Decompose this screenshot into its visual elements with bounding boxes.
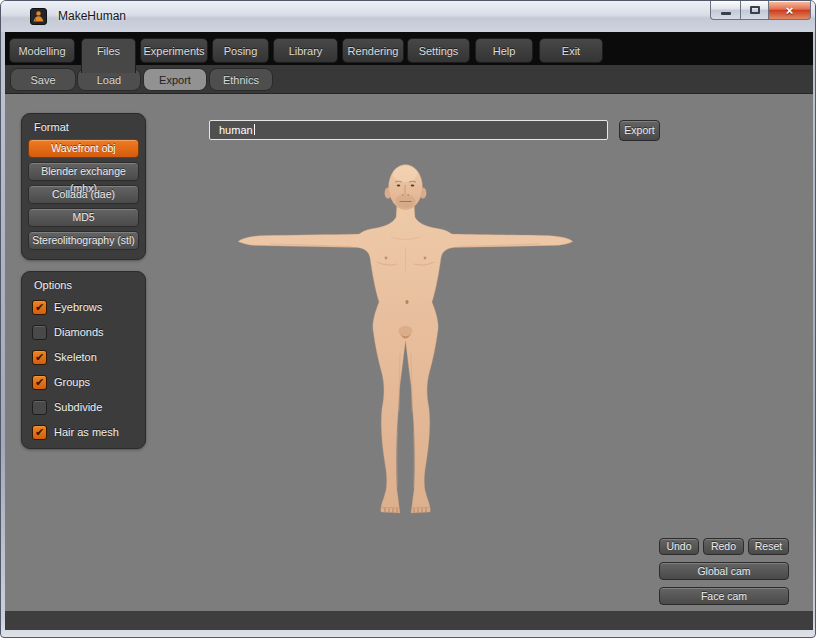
minimize-icon (721, 12, 731, 15)
close-button[interactable]: × (769, 1, 811, 20)
checkbox-checked-icon[interactable]: ✔ (32, 425, 47, 440)
format-wavefront-obj-button[interactable]: Wavefront obj (28, 139, 139, 158)
tab-rendering[interactable]: Rendering (342, 38, 404, 63)
checkbox-checked-icon[interactable]: ✔ (32, 300, 47, 315)
tab-exit[interactable]: Exit (539, 38, 603, 63)
filename-input[interactable]: human (209, 120, 608, 140)
global-cam-button[interactable]: Global cam (659, 562, 789, 580)
checkbox-unchecked-icon[interactable] (32, 400, 47, 415)
option-skeleton[interactable]: ✔ Skeleton (32, 349, 145, 365)
option-label: Eyebrows (54, 301, 102, 313)
tab-library[interactable]: Library (273, 38, 338, 63)
option-groups[interactable]: ✔ Groups (32, 374, 145, 390)
window-controls: × (710, 1, 811, 20)
status-strip (5, 611, 813, 630)
checkbox-checked-icon[interactable]: ✔ (32, 375, 47, 390)
tab-help[interactable]: Help (475, 38, 533, 63)
format-panel-title: Format (22, 114, 145, 139)
option-diamonds[interactable]: Diamonds (32, 324, 145, 340)
title-bar[interactable]: MakeHuman × (1, 1, 816, 32)
maximize-button[interactable] (740, 1, 769, 20)
format-blender-exchange-button[interactable]: Blender exchange (mhx) (28, 162, 139, 181)
tab-experiments[interactable]: Experiments (140, 38, 208, 63)
format-collada-button[interactable]: Collada (dae) (28, 185, 139, 204)
option-label: Hair as mesh (54, 426, 119, 438)
export-button[interactable]: Export (619, 120, 660, 141)
option-label: Skeleton (54, 351, 97, 363)
option-label: Groups (54, 376, 90, 388)
options-panel-title: Options (22, 272, 145, 299)
format-panel: Format Wavefront obj Blender exchange (m… (21, 113, 146, 260)
tab-files[interactable]: Files (81, 38, 136, 73)
option-subdivide[interactable]: Subdivide (32, 399, 145, 415)
undo-button[interactable]: Undo (659, 538, 699, 555)
3d-viewport[interactable]: human Export Format Wavefront obj Blende… (5, 94, 813, 611)
option-eyebrows[interactable]: ✔ Eyebrows (32, 299, 145, 315)
tab-settings[interactable]: Settings (407, 38, 470, 63)
subtab-save[interactable]: Save (10, 68, 76, 91)
checkbox-unchecked-icon[interactable] (32, 325, 47, 340)
options-panel: Options ✔ Eyebrows Diamonds ✔ Skeleton ✔… (21, 271, 146, 449)
option-label: Diamonds (54, 326, 104, 338)
redo-button[interactable]: Redo (703, 538, 744, 555)
main-menu-bar: Modelling Files Experiments Posing Libra… (5, 32, 813, 65)
makehuman-window: MakeHuman × Modelling Files Experiments … (0, 0, 816, 638)
human-model[interactable] (229, 161, 585, 517)
tab-posing[interactable]: Posing (212, 38, 269, 63)
filename-value: human (219, 124, 253, 136)
face-cam-button[interactable]: Face cam (659, 587, 789, 605)
subtab-export[interactable]: Export (143, 68, 207, 91)
maximize-icon (750, 6, 760, 14)
close-icon: × (786, 3, 794, 18)
window-title: MakeHuman (58, 9, 126, 23)
reset-button[interactable]: Reset (748, 538, 789, 555)
subtab-ethnics[interactable]: Ethnics (209, 68, 273, 91)
text-cursor (254, 124, 255, 135)
makehuman-logo-icon (30, 8, 47, 25)
format-md5-button[interactable]: MD5 (28, 208, 139, 227)
tab-modelling[interactable]: Modelling (9, 38, 75, 63)
checkbox-checked-icon[interactable]: ✔ (32, 350, 47, 365)
option-label: Subdivide (54, 401, 102, 413)
option-hair-as-mesh[interactable]: ✔ Hair as mesh (32, 424, 145, 440)
minimize-button[interactable] (710, 1, 740, 20)
format-stereolithography-button[interactable]: Stereolithography (stl) (28, 231, 139, 250)
